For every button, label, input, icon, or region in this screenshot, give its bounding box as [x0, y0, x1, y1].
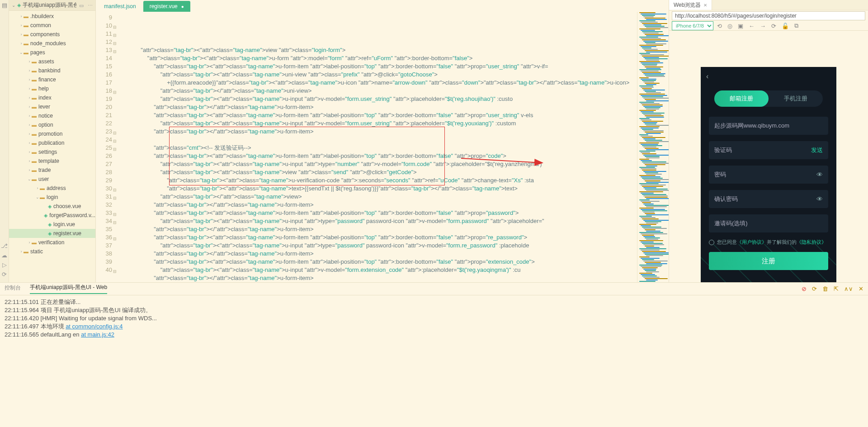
- folder-item[interactable]: ›▬common: [9, 21, 95, 30]
- password-field[interactable]: 密码 👁: [709, 166, 828, 184]
- reload-icon[interactable]: ⟳: [769, 23, 778, 29]
- folder-icon: ▬: [24, 50, 28, 55]
- invite-code-field[interactable]: 邀请码(选填): [709, 214, 828, 232]
- rotate-icon[interactable]: ⟲: [715, 23, 724, 29]
- folder-item[interactable]: ›▬notice: [9, 111, 95, 120]
- folder-item[interactable]: ⌄▬pages: [9, 48, 95, 57]
- preview-toolbar: iPhone 6/7/8 ⟲ ◎ ▣ ← → ⟳ 🔓 ⧉: [669, 21, 868, 31]
- tab-manifest[interactable]: manifest.json: [98, 1, 142, 12]
- folder-item[interactable]: ›▬option: [9, 120, 95, 129]
- tree-label: finance: [38, 76, 56, 83]
- device-select[interactable]: iPhone 6/7/8: [672, 21, 713, 30]
- clear-icon[interactable]: 🗑: [822, 285, 828, 292]
- file-explorer: ⌄ ◈ 手机端uniapp源码-黑色UI ▭ ⋯ ›▬.hbuilderx›▬c…: [9, 0, 96, 282]
- eye-icon[interactable]: 👁: [816, 171, 823, 178]
- tree-label: bankbind: [38, 67, 61, 74]
- run-icon[interactable]: ▷: [0, 261, 9, 268]
- folder-item[interactable]: ›▬promotion: [9, 129, 95, 138]
- folder-icon: ▬: [32, 131, 37, 137]
- collapse-icon[interactable]: ⌄: [12, 3, 15, 8]
- console-tab[interactable]: 控制台: [5, 284, 21, 294]
- folder-item[interactable]: ›▬.hbuilderx: [9, 12, 95, 21]
- radio-icon[interactable]: [709, 240, 714, 245]
- folder-item[interactable]: ›▬components: [9, 30, 95, 39]
- stop-icon[interactable]: ⊘: [802, 285, 807, 292]
- folder-item[interactable]: ›▬finance: [9, 75, 95, 84]
- tab-phone-register[interactable]: 手机注册: [769, 90, 823, 107]
- console-link[interactable]: at common/config.js:4: [66, 323, 123, 330]
- folder-icon: ▬: [32, 140, 37, 146]
- file-item[interactable]: ◈login.vue: [9, 220, 95, 229]
- chevron-icon: ›: [27, 104, 32, 109]
- screenshot-icon[interactable]: ◎: [726, 23, 734, 29]
- eye-icon[interactable]: 👁: [816, 195, 823, 203]
- chevron-icon: ⌄: [35, 195, 40, 199]
- folder-icon: ▬: [32, 167, 37, 173]
- chevron-icon: ›: [27, 123, 32, 127]
- tree-label: trade: [38, 167, 51, 173]
- vue-file-icon: ◈: [48, 222, 52, 228]
- folder-item[interactable]: ›▬template: [9, 157, 95, 166]
- chevron-icon: ›: [27, 159, 32, 163]
- tab-register[interactable]: register.vue ●: [143, 1, 190, 12]
- folder-item[interactable]: ›▬assets: [9, 57, 95, 66]
- file-item[interactable]: ◈register.vue: [9, 229, 95, 238]
- file-item[interactable]: ◈forgetPassword.v...: [9, 211, 95, 220]
- tree-label: assets: [38, 58, 54, 65]
- url-input[interactable]: [672, 11, 865, 20]
- tree-label: option: [38, 122, 53, 128]
- chevron-icon: ›: [27, 240, 32, 245]
- preview-tab[interactable]: Web浏览器 ✕: [669, 0, 712, 10]
- console-link[interactable]: at main.js:42: [81, 331, 114, 338]
- tab-email-register[interactable]: 邮箱注册: [714, 90, 769, 107]
- folder-item[interactable]: ›▬static: [9, 247, 95, 256]
- agreement-row[interactable]: 您已同意 《用户协议》 并了解我们的 《隐私协议》: [709, 239, 828, 246]
- collapse-all-icon[interactable]: ▭: [79, 3, 84, 8]
- explorer-icon[interactable]: ▤: [0, 2, 9, 9]
- chevron-icon: ›: [19, 249, 24, 254]
- folder-icon: ▬: [24, 41, 28, 46]
- cloud-icon[interactable]: ☁: [0, 252, 9, 259]
- forward-icon[interactable]: →: [758, 23, 768, 29]
- folder-item[interactable]: ⌄▬user: [9, 175, 95, 184]
- back-icon[interactable]: ‹: [706, 72, 708, 81]
- tree-label: common: [30, 22, 51, 28]
- back-icon[interactable]: ←: [747, 23, 756, 29]
- restart-icon[interactable]: ⟳: [812, 285, 817, 292]
- close-icon[interactable]: ✕: [859, 285, 863, 292]
- folder-item[interactable]: ›▬lever: [9, 102, 95, 111]
- file-item[interactable]: ◈choose.vue: [9, 202, 95, 211]
- folder-item[interactable]: ›▬settings: [9, 147, 95, 157]
- filter-icon[interactable]: ∧∨: [844, 285, 853, 292]
- export-icon[interactable]: ⇱: [834, 285, 839, 292]
- refresh-icon[interactable]: ⟳: [0, 271, 9, 278]
- folder-icon: ▬: [24, 249, 28, 254]
- folder-item[interactable]: ›▬help: [9, 84, 95, 93]
- folder-item[interactable]: ⌄▬login: [9, 193, 95, 202]
- folder-item[interactable]: ›▬node_modules: [9, 39, 95, 48]
- chevron-icon: ›: [27, 86, 32, 91]
- register-button[interactable]: 注册: [709, 252, 828, 270]
- console-tab-active[interactable]: 手机端uniapp源码-黑色UI - Web: [30, 284, 107, 294]
- devtools-icon[interactable]: ⧉: [793, 22, 800, 29]
- folder-item[interactable]: ›▬trade: [9, 166, 95, 175]
- close-icon[interactable]: ●: [181, 4, 184, 9]
- user-agreement-link[interactable]: 《用户协议》: [737, 239, 767, 246]
- code-field[interactable]: 验证码 发送: [709, 141, 828, 159]
- folder-item[interactable]: ›▬verification: [9, 238, 95, 247]
- folder-item[interactable]: ›▬bankbind: [9, 66, 95, 75]
- folder-item[interactable]: ›▬address: [9, 184, 95, 193]
- close-icon[interactable]: ✕: [703, 3, 707, 8]
- privacy-link[interactable]: 《隐私协议》: [797, 239, 826, 246]
- confirm-password-field[interactable]: 确认密码 👁: [709, 190, 828, 208]
- folder-item[interactable]: ›▬index: [9, 93, 95, 102]
- email-field[interactable]: 起步源码网www.qibuym.com: [709, 117, 828, 135]
- open-icon[interactable]: ▣: [736, 23, 745, 29]
- code-area[interactable]: "attr">class="tag-br"><"attr">class="tag…: [115, 12, 637, 282]
- send-code-button[interactable]: 发送: [811, 146, 823, 154]
- folder-item[interactable]: ›▬publication: [9, 138, 95, 147]
- git-icon[interactable]: ⎇: [0, 242, 9, 249]
- more-icon[interactable]: ⋯: [88, 3, 93, 8]
- minimap[interactable]: [637, 12, 669, 282]
- lock-icon[interactable]: 🔓: [780, 23, 791, 29]
